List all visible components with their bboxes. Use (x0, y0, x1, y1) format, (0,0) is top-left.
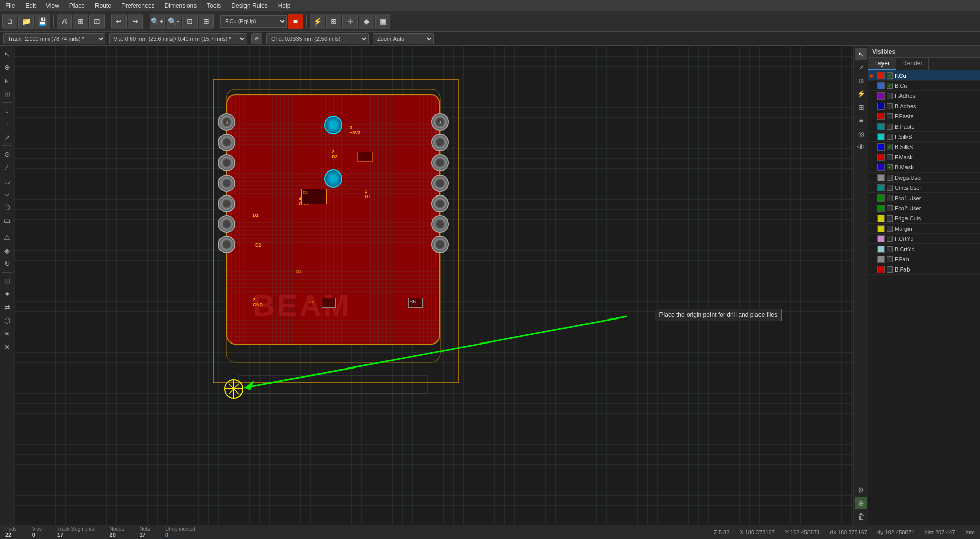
layer-check-15[interactable] (887, 226, 893, 232)
layer-check-2[interactable] (887, 93, 893, 99)
grid-tool[interactable]: ⊞ (1, 88, 13, 100)
zoom-in-button[interactable]: 🔍+ (150, 14, 165, 29)
tab-layer[interactable]: Layer (868, 58, 896, 70)
layer-row-cmts-user[interactable]: Cmts.User (868, 183, 980, 193)
layer-check-4[interactable] (887, 113, 893, 119)
highlight-btn[interactable]: ■ (288, 14, 303, 29)
menu-dimensions[interactable]: Dimensions (160, 1, 202, 10)
menu-file[interactable]: File (0, 1, 20, 10)
pad-tool[interactable]: ⊙ (1, 148, 13, 160)
footprint-button[interactable]: ◆ (359, 14, 374, 29)
netlist-button[interactable]: ⊡ (89, 14, 105, 29)
layer-check-13[interactable] (887, 205, 893, 211)
layer-row-b-adhes[interactable]: B.Adhes (868, 101, 980, 111)
select-tool[interactable]: ↖ (1, 48, 13, 60)
circle-tool[interactable]: ○ (1, 188, 13, 200)
highlight-tool[interactable]: ☀ (1, 328, 13, 340)
layers-icon-btn[interactable]: ≡ (855, 114, 867, 127)
grid-select[interactable]: Grid: 0.0635 mm (2.50 mils) (266, 33, 369, 44)
layer-check-3[interactable] (887, 103, 893, 109)
layer-check-19[interactable] (887, 266, 893, 273)
drc-button[interactable]: ⚡ (310, 14, 325, 29)
layer-select[interactable]: F.Cu (PgUp) (220, 15, 287, 28)
xray-tool[interactable]: ✦ (1, 288, 13, 300)
layer-check-9[interactable]: ✓ (887, 164, 893, 170)
arc-tool[interactable]: ◡ (1, 175, 13, 187)
layer-check-7[interactable]: ✓ (887, 144, 893, 150)
mirror-tool[interactable]: ⬡ (1, 314, 13, 327)
pcb-canvas[interactable]: BEAM 2D2 3+3V3 1D1 4GND D1 8 (14, 46, 853, 525)
layer-row-f-mask[interactable]: F.Mask (868, 152, 980, 162)
layer-check-6[interactable] (887, 134, 893, 140)
layer-row-b-mask[interactable]: ✓B.Mask (868, 162, 980, 173)
redo-button[interactable]: ↪ (128, 14, 143, 29)
undo-button[interactable]: ↩ (111, 14, 127, 29)
polar-button[interactable]: ✛ (342, 14, 358, 29)
layer-row-f-adhes[interactable]: F.Adhes (868, 91, 980, 101)
3d-view-tool[interactable]: ◈ (1, 244, 13, 257)
layer-check-12[interactable] (887, 195, 893, 201)
layer-row-f-crtyd[interactable]: F.CrtYd (868, 234, 980, 244)
clear-icon-btn[interactable]: 🗑 (855, 510, 867, 523)
layer-row-edge-cuts[interactable]: Edge.Cuts (868, 213, 980, 224)
menu-view[interactable]: View (41, 1, 64, 10)
measure-tool[interactable]: ⊾ (1, 75, 13, 87)
zoom-out-button[interactable]: 🔍- (166, 14, 181, 29)
view-icon-btn[interactable]: 👁 (855, 141, 867, 153)
open-button[interactable]: 📁 (18, 14, 34, 29)
print-button[interactable]: 🖨 (57, 14, 72, 29)
canvas-area[interactable]: BEAM 2D2 3+3V3 1D1 4GND D1 8 (14, 46, 853, 525)
3d-button[interactable]: ▣ (375, 14, 390, 29)
layer-check-10[interactable] (887, 175, 893, 181)
layer-check-1[interactable]: ✓ (887, 83, 893, 89)
grid-button[interactable]: ⊞ (326, 14, 341, 29)
menu-preferences[interactable]: Preferences (116, 1, 160, 10)
menu-place[interactable]: Place (64, 1, 90, 10)
layer-row-b-silks[interactable]: ✓B.SilkS (868, 142, 980, 152)
gerber-button[interactable]: ⊞ (73, 14, 88, 29)
save-button[interactable]: 💾 (35, 14, 50, 29)
menu-help[interactable]: Help (273, 1, 296, 10)
track-select[interactable]: Track: 2.000 mm (78.74 mils) * (3, 33, 105, 44)
layer-check-5[interactable] (887, 124, 893, 130)
select-icon-btn[interactable]: ↖ (855, 48, 867, 60)
rotate-tool[interactable]: ↻ (1, 258, 13, 270)
layer-row-f-silks[interactable]: F.SilkS (868, 132, 980, 142)
flip-tool[interactable]: ⇄ (1, 301, 13, 313)
zoom-selection-button[interactable]: ⊞ (199, 14, 214, 29)
layer-check-18[interactable] (887, 256, 893, 262)
menu-tools[interactable]: Tools (202, 1, 226, 10)
layer-check-16[interactable] (887, 236, 893, 242)
text-tool[interactable]: T (1, 118, 13, 130)
layer-row-margin[interactable]: Margin (868, 224, 980, 234)
cursor-tool[interactable]: ↕ (1, 105, 13, 117)
menu-design-rules[interactable]: Design Rules (226, 1, 273, 10)
new-button[interactable]: 🗋 (2, 14, 17, 29)
zoom-fit-button[interactable]: ⊡ (182, 14, 198, 29)
menu-route[interactable]: Route (90, 1, 116, 10)
via-select[interactable]: Via: 0.60 mm (23.6 mils)/ 0.40 mm (15.7 … (109, 33, 247, 44)
tab-render[interactable]: Render (896, 58, 929, 70)
component-tool[interactable]: ⊡ (1, 275, 13, 287)
layer-row-b-crtyd[interactable]: B.CrtYd (868, 244, 980, 254)
route-tool[interactable]: ↗ (1, 131, 13, 143)
inspect-icon-btn[interactable]: ⊕ (855, 75, 867, 87)
layer-row-eco2-user[interactable]: Eco2.User (868, 203, 980, 213)
layer-row-f-cu[interactable]: ▶✓F.Cu (868, 70, 980, 81)
inspect-tool[interactable]: ⊕ (1, 61, 13, 74)
drc-tool[interactable]: ⚠ (1, 231, 13, 243)
zoom-select[interactable]: Zoom Auto (373, 33, 434, 44)
zone-tool[interactable]: ▭ (1, 214, 13, 227)
layer-row-b-paste[interactable]: B.Paste (868, 121, 980, 132)
layer-row-b-fab[interactable]: B.Fab (868, 264, 980, 275)
route-icon-btn[interactable]: ↗ (855, 61, 867, 74)
polygon-tool[interactable]: ⬡ (1, 201, 13, 213)
highlight-icon-btn[interactable]: ◎ (855, 128, 867, 140)
origin-icon-btn[interactable]: ⊕ (855, 497, 867, 509)
grid-icon-btn[interactable]: ⊞ (855, 101, 867, 113)
layer-row-b-cu[interactable]: ✓B.Cu (868, 81, 980, 91)
menu-edit[interactable]: Edit (20, 1, 41, 10)
layer-check-0[interactable]: ✓ (887, 72, 893, 79)
line-tool[interactable]: ⁄ (1, 161, 13, 174)
layer-check-17[interactable] (887, 246, 893, 252)
